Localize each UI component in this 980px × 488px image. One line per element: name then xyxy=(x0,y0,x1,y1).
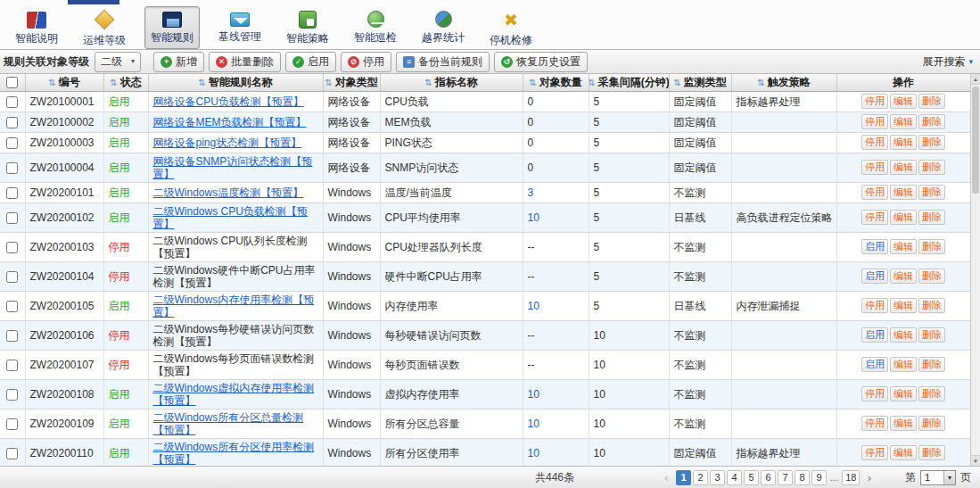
row-delete-button[interactable]: 删除 xyxy=(918,185,945,200)
restore-button[interactable]: ↺恢复历史设置 xyxy=(494,52,588,72)
page-button-4[interactable]: 4 xyxy=(727,470,742,485)
rule-name[interactable]: 网络设备MEM负载检测【预置】 xyxy=(153,116,307,128)
row-enable-button[interactable]: 启用 xyxy=(861,269,888,284)
row-edit-button[interactable]: 编辑 xyxy=(890,445,917,460)
nav-item-policy[interactable]: 智能策略 xyxy=(280,6,335,50)
column-header[interactable]: ⇅状态 xyxy=(103,74,148,91)
row-delete-button[interactable]: 删除 xyxy=(918,114,945,129)
column-header[interactable]: 操作 xyxy=(836,74,970,91)
prev-page-button[interactable]: ‹ xyxy=(659,470,674,485)
row-edit-button[interactable]: 编辑 xyxy=(890,135,917,150)
row-edit-button[interactable]: 编辑 xyxy=(890,386,917,401)
row-edit-button[interactable]: 编辑 xyxy=(890,94,917,109)
row-disable-button[interactable]: 停用 xyxy=(861,135,888,150)
row-checkbox[interactable] xyxy=(6,389,18,401)
row-disable-button[interactable]: 停用 xyxy=(861,160,888,175)
vertical-scrollbar[interactable]: ▲ ▼ xyxy=(970,74,980,466)
enable-button[interactable]: ✓启用 xyxy=(285,52,336,72)
column-header[interactable]: ⇅采集间隔(分钟) xyxy=(589,74,669,91)
row-edit-button[interactable]: 编辑 xyxy=(890,210,917,225)
row-delete-button[interactable]: 删除 xyxy=(918,135,945,150)
page-button-8[interactable]: 8 xyxy=(795,470,810,485)
row-delete-button[interactable]: 删除 xyxy=(918,269,945,284)
row-edit-button[interactable]: 编辑 xyxy=(890,239,917,254)
add-button[interactable]: +新增 xyxy=(153,52,204,72)
row-delete-button[interactable]: 删除 xyxy=(918,386,945,401)
disable-button[interactable]: ⊘停用 xyxy=(341,52,391,72)
page-button-2[interactable]: 2 xyxy=(693,470,708,485)
row-delete-button[interactable]: 删除 xyxy=(918,298,945,313)
scroll-up-icon[interactable]: ▲ xyxy=(971,74,980,85)
row-delete-button[interactable]: 删除 xyxy=(918,327,945,343)
scroll-down-icon[interactable]: ▼ xyxy=(971,455,980,466)
row-checkbox[interactable] xyxy=(6,242,18,253)
row-delete-button[interactable]: 删除 xyxy=(918,94,945,109)
row-disable-button[interactable]: 停用 xyxy=(861,416,888,431)
object-count[interactable]: 10 xyxy=(528,211,539,224)
column-header[interactable]: ⇅编号 xyxy=(25,74,103,91)
nav-item-monitor[interactable]: 智能规则 xyxy=(144,6,200,49)
row-checkbox[interactable] xyxy=(6,187,18,199)
row-delete-button[interactable]: 删除 xyxy=(918,160,945,175)
select-all-checkbox[interactable] xyxy=(6,77,18,88)
page-button-7[interactable]: 7 xyxy=(778,470,793,485)
nav-item-stats[interactable]: 越界统计 xyxy=(416,6,471,49)
row-edit-button[interactable]: 编辑 xyxy=(890,160,917,175)
object-count[interactable]: 10 xyxy=(528,388,539,401)
row-edit-button[interactable]: 编辑 xyxy=(890,327,917,343)
row-checkbox[interactable] xyxy=(6,330,18,342)
column-header[interactable]: ⇅对象类型 xyxy=(323,74,380,91)
row-delete-button[interactable]: 删除 xyxy=(918,357,945,372)
rule-name[interactable]: 网络设备ping状态检测【预置】 xyxy=(153,136,302,149)
nav-item-inspect[interactable]: 智能巡检 xyxy=(348,6,403,49)
rule-name[interactable]: 二级Windows内存使用率检测【预置】 xyxy=(153,294,315,318)
row-disable-button[interactable]: 停用 xyxy=(861,94,888,109)
row-checkbox[interactable] xyxy=(6,418,18,430)
backup-button[interactable]: ≡备份当前规则 xyxy=(396,52,490,72)
rule-name[interactable]: 二级Windows温度检测【预置】 xyxy=(153,186,304,199)
row-edit-button[interactable]: 编辑 xyxy=(890,269,917,284)
page-button-9[interactable]: 9 xyxy=(811,470,827,485)
row-disable-button[interactable]: 停用 xyxy=(861,210,888,225)
row-edit-button[interactable]: 编辑 xyxy=(890,298,917,313)
column-header[interactable]: ⇅指标名称 xyxy=(380,74,523,91)
rule-name[interactable]: 网络设备CPU负载检测【预置】 xyxy=(153,95,304,108)
rule-name[interactable]: 二级Windows所有分区总量检测【预置】 xyxy=(153,411,304,436)
row-disable-button[interactable]: 停用 xyxy=(861,114,888,129)
page-button-3[interactable]: 3 xyxy=(710,470,725,485)
next-page-button[interactable]: › xyxy=(861,470,877,485)
row-disable-button[interactable]: 停用 xyxy=(861,445,888,460)
row-delete-button[interactable]: 删除 xyxy=(918,210,945,225)
row-enable-button[interactable]: 启用 xyxy=(861,357,888,372)
row-disable-button[interactable]: 停用 xyxy=(861,386,888,401)
row-delete-button[interactable]: 删除 xyxy=(918,445,945,460)
nav-item-diamond[interactable]: 运维等级 xyxy=(77,6,132,52)
row-edit-button[interactable]: 编辑 xyxy=(890,185,917,200)
page-button-5[interactable]: 5 xyxy=(744,470,759,485)
object-count[interactable]: 10 xyxy=(528,418,539,430)
row-checkbox[interactable] xyxy=(6,212,18,224)
rule-name[interactable]: 二级Windows虚拟内存使用率检测【预置】 xyxy=(153,382,315,407)
object-count[interactable]: 10 xyxy=(528,300,539,312)
row-checkbox[interactable] xyxy=(6,271,18,283)
row-checkbox[interactable] xyxy=(6,137,18,149)
page-number-select[interactable]: 1 ▼ xyxy=(920,470,956,485)
level-select[interactable]: 二级 ▾ xyxy=(95,52,141,72)
row-delete-button[interactable]: 删除 xyxy=(918,239,945,254)
row-checkbox[interactable] xyxy=(6,360,18,371)
row-edit-button[interactable]: 编辑 xyxy=(890,416,917,431)
row-checkbox[interactable] xyxy=(6,448,18,459)
object-count[interactable]: 3 xyxy=(528,186,534,199)
row-delete-button[interactable]: 删除 xyxy=(918,416,945,431)
row-checkbox[interactable] xyxy=(6,96,18,108)
rule-name[interactable]: 网络设备SNMP访问状态检测【预置】 xyxy=(153,155,313,180)
del-button[interactable]: ✕批量删除 xyxy=(209,52,281,72)
row-enable-button[interactable]: 启用 xyxy=(861,239,888,254)
row-enable-button[interactable]: 启用 xyxy=(861,327,888,343)
expand-search-toggle[interactable]: 展开搜索 ▾ xyxy=(922,54,973,70)
column-header[interactable]: ⇅触发策略 xyxy=(731,74,836,91)
page-button-1[interactable]: 1 xyxy=(676,470,691,485)
column-header[interactable]: ⇅监测类型 xyxy=(669,74,731,91)
object-count[interactable]: 10 xyxy=(528,447,539,459)
row-disable-button[interactable]: 停用 xyxy=(861,185,888,200)
